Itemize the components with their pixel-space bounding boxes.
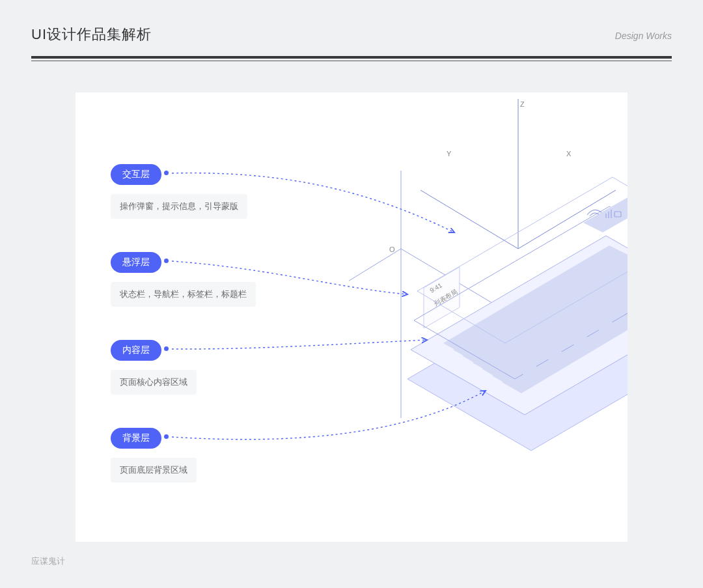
layer-float: 悬浮层 状态栏，导航栏，标签栏，标题栏: [111, 252, 256, 307]
svg-line-1: [420, 190, 518, 249]
axis-y: Y: [447, 150, 452, 158]
layer-desc: 操作弹窗，提示信息，引导蒙版: [111, 194, 247, 219]
page-subtitle: Design Works: [615, 31, 672, 41]
dot-icon: [164, 434, 169, 439]
isometric-illustration: Z Y X O: [349, 99, 627, 542]
layer-connector: [164, 434, 169, 439]
layer-desc: 状态栏，导航栏，标签栏，标题栏: [111, 282, 256, 307]
dot-icon: [164, 259, 169, 263]
layer-desc: 页面底层背景区域: [111, 458, 197, 483]
layer-pill: 内容层: [111, 340, 161, 361]
layer-name: 悬浮层: [122, 257, 150, 268]
layer-pill: 交互层: [111, 164, 161, 185]
layer-pill: 背景层: [111, 428, 161, 449]
layer-content: 内容层 页面核心内容区域: [111, 340, 197, 395]
axis-z: Z: [520, 100, 525, 108]
footer-credit: 应谋鬼计: [31, 555, 65, 567]
divider-thick: [31, 56, 672, 59]
layer-connector: [164, 346, 169, 351]
layer-connector: [164, 171, 169, 175]
svg-line-4: [349, 249, 401, 301]
layer-name: 背景层: [122, 432, 150, 444]
layer-name: 内容层: [122, 344, 150, 356]
layer-interaction: 交互层 操作弹窗，提示信息，引导蒙版: [111, 164, 247, 219]
axis-origin: O: [389, 245, 395, 253]
dot-icon: [164, 346, 169, 351]
layer-connector: [164, 259, 169, 263]
layer-name: 交互层: [122, 169, 150, 180]
divider-thin: [31, 61, 672, 61]
layer-pill: 悬浮层: [111, 252, 161, 273]
diagram-canvas: 交互层 操作弹窗，提示信息，引导蒙版 悬浮层 状态栏，导航栏，标签栏，标题栏 内…: [76, 92, 627, 542]
axis-x: X: [566, 150, 572, 158]
page-title: UI设计作品集解析: [31, 25, 152, 44]
dot-icon: [164, 171, 169, 175]
page-header: UI设计作品集解析 Design Works: [0, 0, 703, 44]
layer-desc: 页面核心内容区域: [111, 370, 197, 395]
layer-background: 背景层 页面底层背景区域: [111, 428, 197, 483]
